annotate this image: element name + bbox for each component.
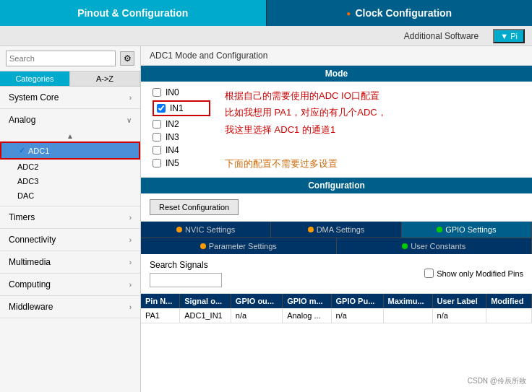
pi-button[interactable]: ▼ Pi bbox=[493, 29, 525, 43]
multimedia-label: Multimedia bbox=[9, 257, 51, 267]
sidebar-group-multimedia: Multimedia › bbox=[0, 251, 140, 274]
tab-parameter-settings[interactable]: Parameter Settings bbox=[141, 238, 337, 254]
show-modified-label: Show only Modified Pins bbox=[437, 269, 523, 278]
clock-tab[interactable]: Clock Configuration bbox=[266, 0, 533, 26]
col-signal: Signal o... bbox=[180, 294, 231, 308]
adc1-label: ADC1 bbox=[28, 147, 49, 155]
sidebar-item-timers[interactable]: Timers › bbox=[0, 206, 140, 228]
in1-row: IN1 bbox=[153, 100, 210, 116]
sidebar-item-dac[interactable]: DAC bbox=[0, 188, 140, 203]
in3-label: IN3 bbox=[166, 132, 179, 142]
tab-gpio-settings[interactable]: GPIO Settings bbox=[402, 222, 532, 238]
dac-label: DAC bbox=[17, 191, 34, 200]
chevron-down-icon: ∨ bbox=[126, 116, 132, 124]
gpio-label: GPIO Settings bbox=[445, 225, 496, 234]
sidebar-item-adc3[interactable]: ADC3 bbox=[0, 174, 140, 188]
in3-row: IN3 bbox=[153, 132, 210, 142]
user-const-dot-icon bbox=[402, 243, 408, 249]
sidebar-group-system-core: System Core › bbox=[0, 87, 140, 109]
sidebar-item-adc1[interactable]: ✓ ADC1 bbox=[0, 141, 140, 160]
annotation-text: 根据自己的需要使用的ADC IO口配置 比如我想用 PA1，对应的有几个ADC，… bbox=[225, 87, 387, 172]
analog-subgroup: ▲ ✓ ADC1 ADC2 ADC3 DAC bbox=[0, 131, 140, 206]
signals-table: Pin N... Signal o... GPIO ou... GPIO m..… bbox=[141, 294, 532, 323]
tab-categories[interactable]: Categories bbox=[0, 71, 70, 86]
sidebar-item-system-core[interactable]: System Core › bbox=[0, 87, 140, 108]
connectivity-label: Connectivity bbox=[9, 235, 56, 245]
sidebar-item-middleware[interactable]: Middleware › bbox=[0, 296, 140, 318]
gpio-dot-icon bbox=[437, 227, 442, 232]
sidebar-group-middleware: Middleware › bbox=[0, 296, 140, 318]
sidebar-item-connectivity[interactable]: Connectivity › bbox=[0, 229, 140, 251]
sidebar-group-analog: Analog ∨ ▲ ✓ ADC1 ADC2 ADC3 bbox=[0, 109, 140, 206]
chevron-right-icon: › bbox=[129, 94, 132, 102]
col-gpio-out: GPIO ou... bbox=[231, 294, 282, 308]
cell-pin-name: PA1 bbox=[141, 308, 180, 323]
annotation-line3: 我这里选择 ADC1 的通道1 bbox=[225, 121, 387, 138]
gear-icon[interactable]: ⚙ bbox=[120, 51, 134, 66]
sidebar-items: System Core › Analog ∨ ▲ ✓ ADC1 bbox=[0, 87, 140, 392]
middleware-label: Middleware bbox=[9, 302, 53, 312]
cell-gpio-pu: n/a bbox=[331, 308, 383, 323]
additional-software-label: Additional Software bbox=[404, 31, 479, 41]
in1-label: IN1 bbox=[170, 103, 184, 113]
computing-label: Computing bbox=[9, 279, 51, 289]
in3-checkbox[interactable] bbox=[153, 133, 161, 141]
cell-gpio-out: n/a bbox=[231, 308, 282, 323]
sidebar-group-connectivity: Connectivity › bbox=[0, 229, 140, 251]
chevron-right-icon-computing: › bbox=[129, 281, 132, 289]
dma-label: DMA Settings bbox=[317, 225, 365, 234]
in2-checkbox[interactable] bbox=[153, 120, 161, 129]
pinout-label: Pinout & Configuration bbox=[77, 7, 188, 19]
check-icon: ✓ bbox=[19, 146, 25, 155]
search-signals-input[interactable] bbox=[150, 273, 222, 287]
mode-content: IN0 IN1 IN2 IN3 IN4 bbox=[141, 82, 532, 178]
clock-label: Clock Configuration bbox=[355, 7, 452, 19]
sidebar-group-timers: Timers › bbox=[0, 206, 140, 229]
param-dot-icon bbox=[200, 243, 206, 249]
tab-user-constants[interactable]: User Constants bbox=[337, 238, 533, 254]
show-modified-checkbox[interactable] bbox=[424, 269, 434, 278]
col-modified: Modified bbox=[486, 294, 532, 308]
chevron-right-icon-connectivity: › bbox=[129, 236, 132, 244]
search-input[interactable] bbox=[6, 51, 116, 66]
col-gpio-pu: GPIO Pu... bbox=[331, 294, 383, 308]
chevron-right-icon-middleware: › bbox=[129, 303, 132, 311]
nvic-label: NVIC Settings bbox=[185, 225, 235, 234]
config-section-header: Configuration bbox=[141, 178, 532, 193]
sidebar-item-multimedia[interactable]: Multimedia › bbox=[0, 251, 140, 273]
sidebar-item-computing[interactable]: Computing › bbox=[0, 274, 140, 295]
sidebar-group-computing: Computing › bbox=[0, 274, 140, 296]
dma-dot-icon bbox=[308, 227, 314, 232]
in5-checkbox[interactable] bbox=[153, 159, 161, 167]
system-core-label: System Core bbox=[9, 92, 59, 103]
search-signals-section: Search Signals bbox=[150, 260, 222, 287]
in0-row: IN0 bbox=[153, 87, 210, 97]
watermark-text: CSDN @伶辰所致 bbox=[468, 377, 526, 385]
adc3-label: ADC3 bbox=[17, 177, 38, 186]
in4-row: IN4 bbox=[153, 145, 210, 155]
content-header: ADC1 Mode and Configuration bbox=[141, 46, 532, 66]
in0-checkbox[interactable] bbox=[153, 88, 161, 97]
tab-dma-settings[interactable]: DMA Settings bbox=[271, 222, 401, 238]
nvic-dot-icon bbox=[176, 227, 182, 232]
in0-label: IN0 bbox=[166, 87, 179, 97]
sidebar-item-adc2[interactable]: ADC2 bbox=[0, 160, 140, 174]
reset-config-button[interactable]: Reset Configuration bbox=[150, 199, 239, 215]
category-tabs: Categories A->Z bbox=[0, 71, 140, 87]
col-pin-name: Pin N... bbox=[141, 294, 180, 308]
config-label: Configuration bbox=[308, 180, 365, 191]
mode-label: Mode bbox=[325, 69, 348, 79]
config-section: Configuration Reset Configuration NVIC S… bbox=[141, 178, 532, 392]
in1-checkbox[interactable] bbox=[157, 104, 166, 113]
pinout-tab[interactable]: Pinout & Configuration bbox=[0, 0, 266, 26]
tab-nvic-settings[interactable]: NVIC Settings bbox=[141, 222, 271, 238]
col-gpio-mode: GPIO m... bbox=[283, 294, 331, 308]
tab-az[interactable]: A->Z bbox=[70, 71, 140, 86]
in5-row: IN5 bbox=[153, 158, 210, 168]
user-const-label: User Constants bbox=[411, 242, 466, 251]
table-header-row: Pin N... Signal o... GPIO ou... GPIO m..… bbox=[141, 294, 532, 308]
reset-row: Reset Configuration bbox=[141, 193, 532, 222]
sidebar-item-analog[interactable]: Analog ∨ bbox=[0, 109, 140, 131]
watermark: CSDN @伶辰所致 bbox=[468, 376, 526, 386]
in4-checkbox[interactable] bbox=[153, 146, 161, 154]
